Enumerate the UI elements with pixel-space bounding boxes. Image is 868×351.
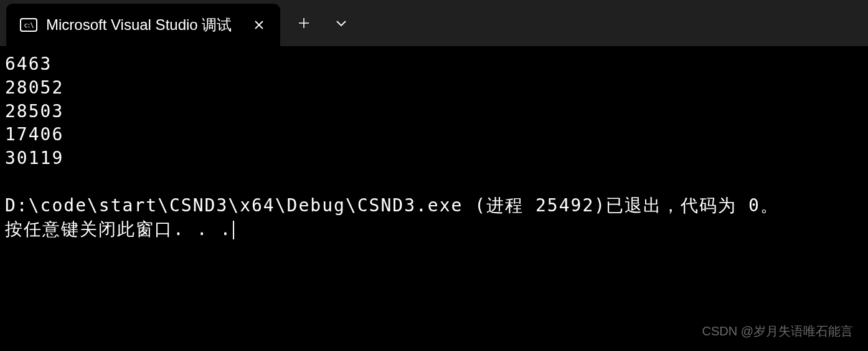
close-icon — [254, 20, 264, 30]
terminal-icon: c:\ — [20, 18, 37, 32]
watermark: CSDN @岁月失语唯石能言 — [702, 323, 853, 340]
close-prompt: 按任意键关闭此窗口. . . — [5, 219, 232, 239]
tab-title: Microsoft Visual Studio 调试 — [46, 15, 235, 35]
text-cursor — [233, 221, 234, 239]
output-line: 28052 — [5, 77, 64, 98]
output-line: 6463 — [5, 54, 52, 74]
tab-dropdown-button[interactable] — [325, 7, 357, 39]
new-tab-button[interactable] — [288, 7, 320, 39]
terminal-tab[interactable]: c:\ Microsoft Visual Studio 调试 — [6, 4, 280, 46]
output-line: 30119 — [5, 148, 64, 168]
output-line: 17406 — [5, 124, 64, 145]
output-line: 28503 — [5, 101, 64, 122]
titlebar: c:\ Microsoft Visual Studio 调试 — [0, 0, 868, 46]
plus-icon — [298, 17, 309, 29]
titlebar-actions — [280, 0, 357, 46]
exit-message: D:\code\start\CSND3\x64\Debug\CSND3.exe … — [5, 195, 779, 216]
close-tab-button[interactable] — [249, 15, 269, 35]
chevron-down-icon — [336, 19, 347, 27]
terminal-output[interactable]: 6463 28052 28503 17406 30119 D:\code\sta… — [0, 46, 868, 247]
